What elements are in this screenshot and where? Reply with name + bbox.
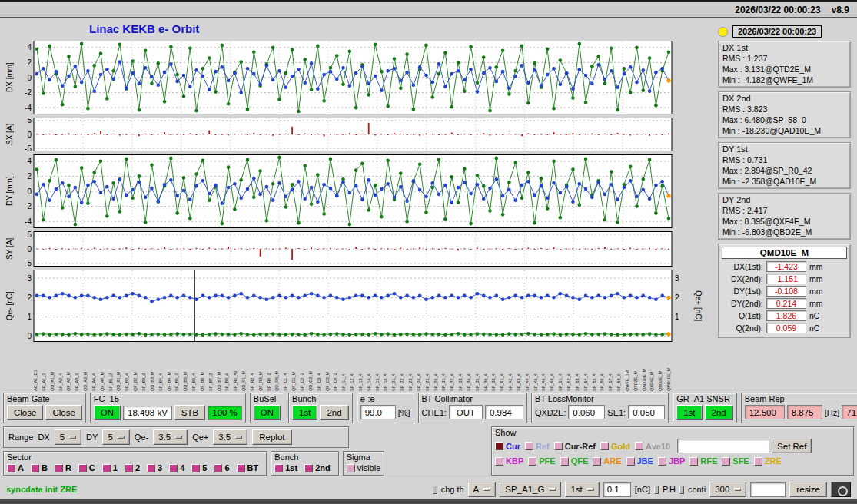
sigma-visible-checkbox[interactable] xyxy=(347,464,355,472)
readout-unit: mm xyxy=(809,299,823,308)
sector-5-item: 5 xyxy=(191,463,207,472)
device-name-label: QMD10E_M xyxy=(667,345,672,391)
bunch-1st-button[interactable]: 1st xyxy=(292,405,317,420)
sector-r-checkbox[interactable] xyxy=(55,464,63,472)
device-name-label: SP_11_4 xyxy=(342,345,347,391)
show-ref-checkbox[interactable] xyxy=(525,442,533,450)
show-cur-checkbox[interactable] xyxy=(495,442,503,450)
menu-indicator xyxy=(734,488,741,491)
conti-checkbox[interactable] xyxy=(679,486,684,494)
show-are-checkbox[interactable] xyxy=(593,457,601,466)
sector-4-checkbox[interactable] xyxy=(169,464,178,472)
range-qe-minus-label: Qe- xyxy=(135,433,148,442)
range-qe-plus-select[interactable]: 3.5 xyxy=(213,429,247,445)
plot-row-q: Qe- [nC] 3210321 Qe+ [nC] xyxy=(3,270,716,342)
replot-button[interactable]: Replot xyxy=(252,429,291,445)
sector-5-checkbox[interactable] xyxy=(191,464,200,472)
threshold-input[interactable] xyxy=(603,482,631,497)
menu-indicator xyxy=(549,488,556,491)
bunch-filter-2nd-checkbox[interactable] xyxy=(304,464,313,472)
sector-a-checkbox[interactable] xyxy=(7,464,15,472)
busel-on-button[interactable]: ON xyxy=(254,405,281,420)
qe-plus-axis-label: Qe+ [nC] xyxy=(692,270,704,342)
orbit-app-window: 2026/03/22 00:00:23 v8.9 Linac KEKB e- O… xyxy=(0,0,857,504)
bunch-2nd-button[interactable]: 2nd xyxy=(320,405,348,420)
readout-unit: nC xyxy=(809,311,819,320)
device-name-label: SP_B3_2 xyxy=(142,345,147,391)
sector-select[interactable]: A xyxy=(468,482,497,497)
show-sfe-label: SFE xyxy=(732,456,749,466)
device-name-label: QF_A2_M xyxy=(67,345,71,391)
menu-indicator xyxy=(69,436,76,439)
show-cur-label: Cur xyxy=(506,442,520,451)
sector-c-checkbox[interactable] xyxy=(78,464,87,472)
resize-button[interactable]: resize xyxy=(789,482,827,497)
show-cur-ref-checkbox[interactable] xyxy=(554,442,563,450)
show-gold-checkbox[interactable] xyxy=(600,442,609,450)
device-name-label: SP_15_4 xyxy=(376,345,380,391)
device-name-label: SP_31_4 xyxy=(442,345,447,391)
device-select[interactable]: SP_A1_G xyxy=(500,482,561,497)
show-jbp-label: JBP xyxy=(669,456,685,466)
group-title: GR_A1 SNSR xyxy=(676,394,733,403)
range-qe-minus-select[interactable]: 3.5 xyxy=(153,429,188,445)
extra-input[interactable] xyxy=(750,482,786,497)
svg-text:0: 0 xyxy=(27,187,32,196)
beam-gate-close-1-button[interactable]: Close xyxy=(7,405,43,420)
stat-title: DX 1st xyxy=(722,43,846,52)
device-name-label: SP_26_4 xyxy=(434,345,439,391)
show-rfe-checkbox[interactable] xyxy=(689,457,698,466)
sector-3-checkbox[interactable] xyxy=(147,464,155,472)
show-kbp-item: KBP xyxy=(495,456,523,466)
fc15-kv-readout: 18.498 kV xyxy=(123,406,172,420)
gr-2nd-button[interactable]: 2nd xyxy=(705,405,733,420)
chg-th-checkbox[interactable] xyxy=(433,486,437,494)
range-dx-select[interactable]: 5 xyxy=(55,429,81,445)
range-dx-label: DX xyxy=(38,433,49,442)
bunch-select[interactable]: 1st xyxy=(565,482,599,497)
device-name-label: SP_48_4 xyxy=(550,345,555,391)
ref-filename-input[interactable] xyxy=(677,439,769,453)
show-qfe-checkbox[interactable] xyxy=(560,457,569,466)
device-name-label: QF_A4_M xyxy=(101,345,105,391)
sector-1-label: 1 xyxy=(113,463,118,472)
show-pfe-item: PFE xyxy=(528,456,555,466)
camera-icon[interactable] xyxy=(831,482,851,497)
fc15-stb-button[interactable]: STB xyxy=(174,405,205,420)
group-title: Bunch xyxy=(274,453,334,462)
plot-row-dy: DY [mm] 420-2-4 xyxy=(3,154,716,228)
stat-max: Max : 6.480@SP_58_0 xyxy=(722,114,846,125)
show-ave10-checkbox[interactable] xyxy=(635,442,643,450)
group-title: Beam Rep xyxy=(745,394,857,403)
show-sfe-checkbox[interactable] xyxy=(722,457,730,466)
show-ave10-label: Ave10 xyxy=(646,442,670,451)
sector-2-checkbox[interactable] xyxy=(125,464,133,472)
fc15-on-button[interactable]: ON xyxy=(94,405,121,420)
show-kbp-checkbox[interactable] xyxy=(495,457,503,466)
sector-b-checkbox[interactable] xyxy=(31,464,39,472)
ph-checkbox[interactable] xyxy=(654,486,659,494)
show-jbp-checkbox[interactable] xyxy=(658,457,666,466)
stat-min: Min : -6.803@QBD2E_M xyxy=(722,227,846,237)
fc15-group: FC_15 ON 18.498 kV STB 100 % xyxy=(90,393,246,423)
show-pfe-checkbox[interactable] xyxy=(528,457,536,466)
svg-text:-4: -4 xyxy=(25,104,32,112)
device-name-label: SP_35_4 xyxy=(476,345,480,391)
data-timestamp: 2026/03/22 00:00:23 xyxy=(732,25,822,38)
sector-6-checkbox[interactable] xyxy=(214,464,222,472)
set-ref-button[interactable]: Set Ref xyxy=(772,439,812,453)
beam-gate-close-2-button[interactable]: Close xyxy=(45,405,81,420)
interval-select[interactable]: 300 xyxy=(709,482,746,497)
device-name-label: SP_21_4 xyxy=(392,345,397,391)
sector-bt-checkbox[interactable] xyxy=(237,464,245,472)
device-name-label: QD_A1_M xyxy=(51,345,55,391)
sector-1-checkbox[interactable] xyxy=(102,464,111,472)
svg-text:-2: -2 xyxy=(25,202,32,211)
device-name-label: SP_B2_4 xyxy=(125,345,130,391)
device-name-label: SP_C1_4 xyxy=(284,345,288,391)
range-dy-select[interactable]: 5 xyxy=(102,429,129,445)
show-jbe-checkbox[interactable] xyxy=(626,457,635,466)
bunch-filter-1st-checkbox[interactable] xyxy=(274,464,283,472)
show-zre-checkbox[interactable] xyxy=(754,457,762,466)
gr-1st-button[interactable]: 1st xyxy=(676,405,702,420)
